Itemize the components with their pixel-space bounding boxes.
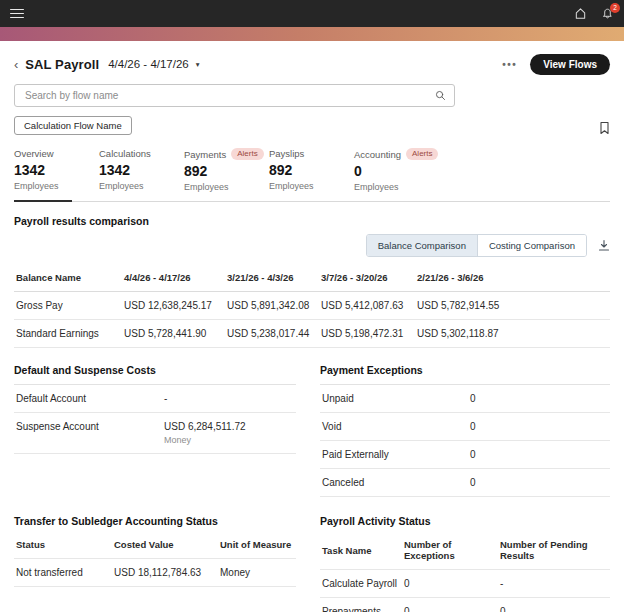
section-title: Payroll Activity Status (320, 515, 610, 531)
home-icon[interactable] (574, 7, 587, 20)
cell-exceptions: 0 (402, 570, 498, 598)
cell-value: USD 5,302,118.87 (415, 320, 610, 348)
cell-task-name: Prepayments (320, 598, 402, 612)
back-icon[interactable]: ‹ (14, 58, 18, 71)
column-header: 3/21/26 - 4/3/26 (225, 264, 319, 292)
item-value: 0 (470, 393, 476, 404)
item-label: Canceled (322, 477, 470, 488)
tab-count: 892 (184, 163, 269, 179)
cell-status: Not transferred (14, 559, 112, 587)
subledger-status-table: Status Costed Value Unit of Measure Not … (14, 531, 296, 587)
item-label: Default Account (16, 393, 164, 404)
cell-value: USD 5,891,342.08 (225, 292, 319, 320)
cell-value: USD 5,238,017.44 (225, 320, 319, 348)
tab-count: 892 (269, 162, 354, 178)
list-item: Void 0 (320, 413, 610, 441)
search-input[interactable] (23, 89, 435, 102)
table-row: Gross Pay USD 12,638,245.17 USD 5,891,34… (14, 292, 610, 320)
tab-unit: Employees (354, 182, 439, 192)
view-flows-button[interactable]: View Flows (530, 54, 610, 75)
more-actions-button[interactable]: ••• (502, 59, 517, 70)
costing-comparison-toggle[interactable]: Costing Comparison (477, 235, 586, 256)
table-row: Not transferred USD 18,112,784.63 Money (14, 559, 296, 587)
search-box (14, 84, 455, 107)
tab-label: Calculations (99, 148, 151, 159)
table-row: Calculate Payroll 0 - (320, 570, 610, 598)
item-value: - (164, 393, 167, 404)
payroll-activity-status-section: Payroll Activity Status Task Name Number… (320, 515, 610, 612)
item-label: Void (322, 421, 470, 432)
tab-payments[interactable]: Payments Alerts 892 Employees (184, 148, 269, 201)
cell-value: USD 5,728,441.90 (122, 320, 225, 348)
page-title: SAL Payroll (25, 57, 99, 72)
tab-label: Accounting (354, 149, 401, 160)
balance-comparison-toggle[interactable]: Balance Comparison (367, 235, 477, 256)
tab-unit: Employees (14, 181, 99, 191)
cell-balance-name: Gross Pay (14, 292, 122, 320)
item-value: 0 (470, 449, 476, 460)
top-navigation-bar: 2 (0, 0, 624, 27)
table-header-row: Task Name Number of Exceptions Number of… (320, 531, 610, 570)
table-header-row: Status Costed Value Unit of Measure (14, 531, 296, 559)
comparison-section-title: Payroll results comparison (14, 215, 610, 227)
payroll-period: 4/4/26 - 4/17/26 (108, 58, 189, 70)
list-item: Suspense Account USD 6,284,511.72 Money (14, 413, 296, 454)
table-row: Standard Earnings USD 5,728,441.90 USD 5… (14, 320, 610, 348)
cell-unit: Money (218, 559, 296, 587)
balance-comparison-table: Balance Name 4/4/26 - 4/17/26 3/21/26 - … (14, 264, 610, 348)
notifications-icon[interactable]: 2 (601, 7, 614, 20)
notification-count-badge: 2 (610, 3, 620, 13)
tab-unit: Employees (184, 182, 269, 192)
payment-exceptions-section: Payment Exceptions Unpaid 0 Void 0 Paid … (320, 364, 610, 497)
tab-payslips[interactable]: Payslips 892 Employees (269, 148, 354, 201)
item-label: Paid Externally (322, 449, 470, 460)
tab-label: Payslips (269, 148, 304, 159)
subledger-status-section: Transfer to Subledger Accounting Status … (14, 515, 296, 587)
item-label: Unpaid (322, 393, 470, 404)
cell-value: USD 5,198,472.31 (319, 320, 415, 348)
section-title: Transfer to Subledger Accounting Status (14, 515, 296, 531)
comparison-toggle-group: Balance Comparison Costing Comparison (366, 234, 587, 257)
search-icon[interactable] (435, 90, 446, 101)
menu-icon[interactable] (10, 6, 24, 21)
table-row: Prepayments 0 0 (320, 598, 610, 612)
alerts-badge: Alerts (406, 148, 438, 160)
column-header: Status (14, 531, 112, 559)
column-header: Balance Name (14, 264, 122, 292)
calculation-flow-name-chip[interactable]: Calculation Flow Name (14, 116, 132, 135)
item-value: 0 (470, 477, 476, 488)
brand-gradient-bar (0, 27, 624, 41)
tab-label: Overview (14, 148, 54, 159)
column-header: 2/21/26 - 3/6/26 (415, 264, 610, 292)
tab-accounting[interactable]: Accounting Alerts 0 Employees (354, 148, 439, 201)
item-value: 0 (470, 421, 476, 432)
column-header: Costed Value (112, 531, 218, 559)
cell-exceptions: 0 (402, 598, 498, 612)
item-value: USD 6,284,511.72 (164, 421, 246, 432)
tab-count: 1342 (99, 162, 184, 178)
cell-value: USD 5,782,914.55 (415, 292, 610, 320)
tab-label: Payments (184, 149, 226, 160)
cell-costed-value: USD 18,112,784.63 (112, 559, 218, 587)
column-header: Task Name (320, 531, 402, 570)
cell-pending: 0 (498, 598, 610, 612)
tab-count: 1342 (14, 162, 99, 178)
cell-value: USD 5,412,087.63 (319, 292, 415, 320)
cell-pending: - (498, 570, 610, 598)
alerts-badge: Alerts (231, 148, 263, 160)
bookmark-icon[interactable] (599, 121, 610, 135)
column-header: Number of Pending Results (498, 531, 610, 570)
cell-task-name: Calculate Payroll (320, 570, 402, 598)
list-item: Unpaid 0 (320, 385, 610, 413)
download-icon[interactable] (598, 239, 610, 252)
payroll-activity-status-table: Task Name Number of Exceptions Number of… (320, 531, 610, 612)
section-title: Payment Exceptions (320, 364, 610, 385)
list-item: Paid Externally 0 (320, 441, 610, 469)
tab-unit: Employees (99, 181, 184, 191)
tab-unit: Employees (269, 181, 354, 191)
cell-balance-name: Standard Earnings (14, 320, 122, 348)
summary-tabs: Overview 1342 Employees Calculations 134… (14, 148, 610, 202)
tab-overview[interactable]: Overview 1342 Employees (14, 148, 99, 201)
tab-calculations[interactable]: Calculations 1342 Employees (99, 148, 184, 201)
chevron-down-icon[interactable]: ▾ (196, 60, 200, 69)
